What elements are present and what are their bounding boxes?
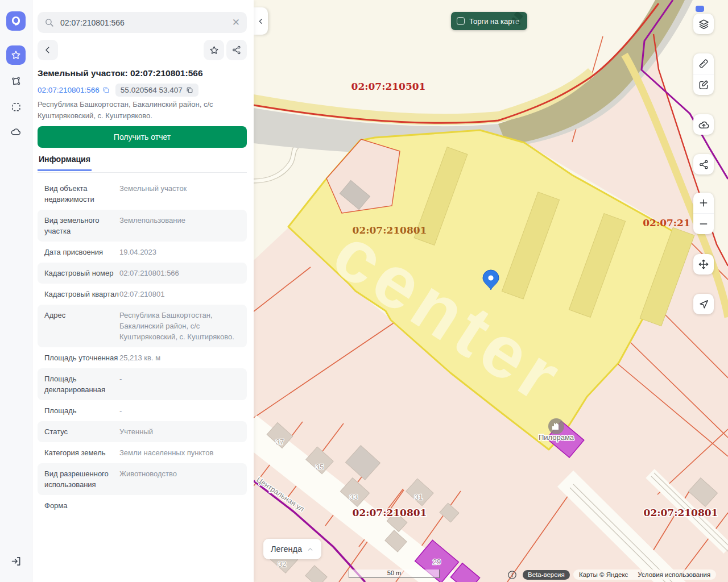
row-value: Республика Башкортостан, Бакалинский рай… <box>119 310 240 342</box>
chevron-left-icon <box>257 18 264 25</box>
row-label: Вид земельного участка <box>44 215 119 236</box>
poi-label: Пилорама <box>539 433 574 442</box>
share-map-button[interactable] <box>693 154 714 174</box>
copy-icon[interactable] <box>186 86 193 94</box>
collapse-panel-button[interactable] <box>254 7 268 35</box>
row-value: Животноводство <box>119 468 240 490</box>
measure-edit-group <box>693 53 714 95</box>
table-row: Вид объекта недвижимостиЗемельный участо… <box>38 178 247 210</box>
cadastral-number-link[interactable]: 02:07:210801:566 <box>38 86 110 94</box>
row-value: Земельный участок <box>119 183 240 205</box>
share-icon <box>231 45 242 55</box>
table-row: СтатусУчтенный <box>38 421 247 442</box>
sidebar-item-polygon-tool[interactable] <box>6 72 26 91</box>
house-number: 29 <box>433 558 441 566</box>
layers-button[interactable] <box>693 14 714 34</box>
cloud-icon <box>10 126 22 138</box>
detail-panel: ✕ Земельный участок: 02:07:210801:566 <box>32 0 254 582</box>
sidebar-item-favorites[interactable] <box>6 45 26 65</box>
row-value: 25,213 кв. м <box>119 352 240 363</box>
cadastral-number-text: 02:07:210801:566 <box>38 86 100 94</box>
house-number: 35 <box>316 463 324 471</box>
row-value: - <box>119 405 240 416</box>
legend-toggle[interactable]: Легенда <box>263 539 321 559</box>
tab-information[interactable]: Информация <box>38 155 92 171</box>
zoom-out-button[interactable] <box>693 213 714 234</box>
left-rail <box>0 0 32 582</box>
back-button[interactable] <box>38 40 58 60</box>
get-report-button[interactable]: Получить отчет <box>38 126 247 148</box>
row-label: Вид разрешенного использования <box>44 468 119 490</box>
app-logo[interactable] <box>6 11 26 31</box>
row-label: Площадь уточненная <box>44 352 119 363</box>
cad-chips: 02:07:210801:566 55.020564 53.407 <box>38 84 198 97</box>
table-row: Вид разрешенного использованияЖивотновод… <box>38 463 247 495</box>
coords-chip[interactable]: 55.020564 53.407 <box>115 84 198 97</box>
row-value: - <box>119 373 240 395</box>
table-row: АдресРеспублика Башкортостан, Бакалински… <box>38 305 247 347</box>
row-label: Категория земель <box>44 447 119 458</box>
upload-button[interactable] <box>693 114 714 135</box>
scale-bar: 50 m <box>349 569 440 578</box>
house-number: 33 <box>350 493 358 501</box>
quarter-label-bottom-left: 02:07:210801 <box>353 507 427 518</box>
table-row: Кадастровый номер02:07:210801:566 <box>38 263 247 284</box>
star-icon <box>209 45 220 56</box>
edit-button[interactable] <box>693 74 714 95</box>
move-icon <box>698 259 709 270</box>
row-label: Форма <box>44 500 119 511</box>
logout-button[interactable] <box>7 552 24 569</box>
layers-icon <box>698 18 710 30</box>
row-value <box>119 500 240 511</box>
clear-search-icon[interactable]: ✕ <box>232 18 240 27</box>
search-input[interactable] <box>59 18 227 28</box>
cloud-upload-icon <box>698 119 710 131</box>
favorite-button[interactable] <box>204 40 224 60</box>
row-value: 19.04.2023 <box>119 247 240 257</box>
table-row: Площадь уточненная25,213 кв. м <box>38 347 247 368</box>
copy-icon[interactable] <box>102 86 110 94</box>
house-number: 37 <box>276 438 284 446</box>
sidebar-item-select-area[interactable] <box>6 97 26 117</box>
app: ✕ Земельный участок: 02:07:210801:566 <box>0 0 728 582</box>
address-text: Республика Башкортостан, Бакалинский рай… <box>38 99 248 121</box>
row-label: Кадастровый номер <box>44 268 119 278</box>
attribution-text: Карты © Яндекс <box>579 571 628 578</box>
hidden-control-peek <box>696 6 704 12</box>
trades-on-map-button[interactable]: Торги на карте <box>451 12 527 30</box>
table-row: Кадастровый квартал02:07:210801 <box>38 284 247 305</box>
ruler-button[interactable] <box>693 53 714 74</box>
info-table: Вид объекта недвижимостиЗемельный участо… <box>38 178 247 516</box>
row-value: Учтенный <box>119 426 240 437</box>
quarter-label-main: 02:07:210801 <box>353 225 427 236</box>
legend-label: Легенда <box>271 544 302 554</box>
map-canvas[interactable]: center Пилорама Центральная ул 37 35 33 … <box>254 0 728 582</box>
row-value: 02:07:210801:566 <box>119 268 240 278</box>
map-base: center Пилорама Центральная ул 37 35 33 … <box>254 0 728 582</box>
zoom-in-button[interactable] <box>693 193 714 213</box>
trades-checkbox[interactable] <box>457 17 465 25</box>
share-button[interactable] <box>226 40 247 60</box>
logo-icon <box>10 15 22 27</box>
search-bar: ✕ <box>38 12 247 33</box>
terms-link[interactable]: Условия использования <box>638 571 711 578</box>
quarter-label-top: 02:07:210501 <box>351 81 426 92</box>
edit-icon <box>698 79 709 90</box>
locate-button[interactable] <box>693 294 714 314</box>
minus-icon <box>698 219 709 229</box>
pan-button[interactable] <box>693 254 714 275</box>
row-value: 02:07:210801 <box>119 289 240 300</box>
star-icon <box>10 49 22 61</box>
table-row: Категория земельЗемли населенных пунктов <box>38 442 247 463</box>
info-icon[interactable] <box>507 570 517 580</box>
table-row: Площадь- <box>38 400 247 421</box>
chevron-up-icon <box>307 546 314 553</box>
scale-label: 50 m <box>387 569 401 576</box>
polygon-vertices-icon <box>10 76 22 87</box>
map-attribution: Карты © Яндекс Условия использования <box>573 569 716 580</box>
search-icon <box>44 18 54 27</box>
sidebar-item-cloud[interactable] <box>6 122 26 142</box>
row-label: Адрес <box>44 310 119 342</box>
row-label: Дата присвоения <box>44 247 119 257</box>
row-value: Землепользование <box>119 215 240 236</box>
